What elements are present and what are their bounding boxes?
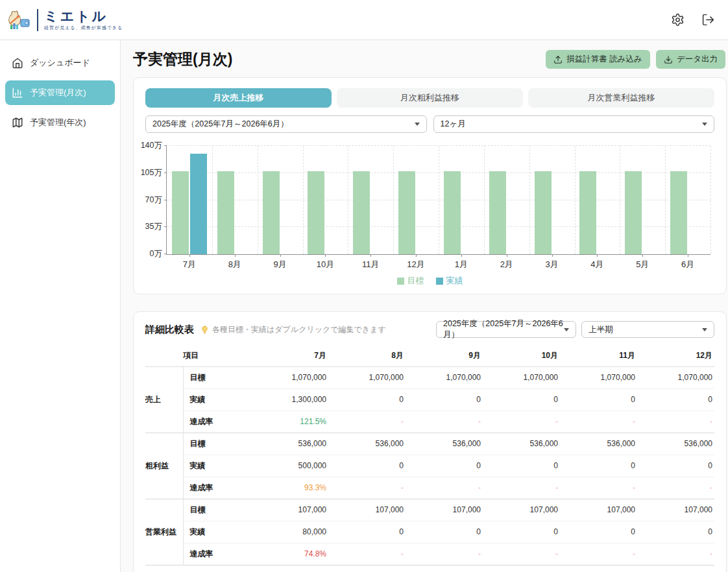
sidebar-item-label: 予実管理(月次): [30, 87, 86, 99]
period-select[interactable]: 12ヶ月: [433, 115, 715, 133]
table-cell[interactable]: 1,070,000: [483, 366, 560, 388]
table-cell: 93.3%: [251, 477, 328, 499]
table-cell: -: [560, 543, 637, 565]
v-gridline: [348, 146, 348, 254]
table-cell[interactable]: 536,000: [560, 433, 637, 455]
table-cell[interactable]: 0: [483, 455, 560, 477]
chevron-down-icon: [564, 328, 569, 331]
barchart-icon: [12, 87, 23, 99]
app-logo-icon: [6, 8, 31, 32]
logout-button[interactable]: [701, 13, 715, 27]
table-cell[interactable]: 80,000: [251, 521, 328, 543]
table-row: 実績80,00000000: [145, 521, 714, 543]
x-axis-tick: [370, 254, 371, 257]
x-axis-tick: [189, 254, 190, 257]
table-cell[interactable]: 536,000: [406, 433, 483, 455]
table-cell[interactable]: 0: [560, 388, 637, 411]
table-cell[interactable]: 0: [406, 521, 483, 543]
table-cell[interactable]: 0: [637, 455, 714, 477]
table-cell[interactable]: 0: [637, 521, 714, 543]
chart-card: 月次売上推移月次粗利益推移月次営業利益推移 2025年度（2025年7月～202…: [133, 77, 727, 294]
table-cell[interactable]: 0: [560, 455, 637, 477]
target-bar-11月: [353, 171, 370, 254]
tab-sales[interactable]: 月次売上推移: [145, 88, 332, 108]
x-axis-tick: [416, 254, 417, 257]
table-cell[interactable]: 0: [637, 388, 714, 411]
column-header-12月: 12月: [637, 346, 714, 366]
table-cell[interactable]: 107,000: [406, 499, 483, 521]
table-cell[interactable]: 0: [406, 455, 483, 477]
load-pl-statement-button[interactable]: 損益計算書 読み込み: [546, 50, 650, 69]
v-gridline: [484, 146, 485, 254]
half-period-value: 上半期: [588, 324, 613, 335]
legend-swatch: [397, 278, 404, 285]
table-cell[interactable]: 107,000: [483, 499, 560, 521]
table-cell[interactable]: 107,000: [328, 499, 406, 521]
lightbulb-icon: [200, 326, 209, 334]
tab-gross-profit[interactable]: 月次粗利益推移: [337, 88, 523, 108]
sidebar-item-monthly[interactable]: 予実管理(月次): [5, 80, 115, 105]
x-axis-label: 2月: [500, 259, 513, 270]
table-cell[interactable]: 1,300,000: [251, 388, 328, 411]
v-gridline: [665, 146, 666, 254]
table-cell[interactable]: 536,000: [483, 433, 560, 455]
x-axis-tick: [235, 254, 236, 257]
table-cell[interactable]: 536,000: [637, 433, 714, 455]
table-cell[interactable]: 107,000: [637, 499, 714, 521]
column-header-11月: 11月: [560, 346, 637, 366]
x-axis-label: 1月: [455, 259, 468, 270]
table-fiscal-year-select[interactable]: 2025年度（2025年7月～2026年6月）: [436, 321, 576, 338]
settings-button[interactable]: [671, 13, 685, 27]
actual-bar-7月: [190, 154, 207, 254]
table-cell[interactable]: 0: [406, 388, 483, 411]
column-header-8月: 8月: [328, 346, 406, 366]
table-cell: -: [637, 477, 714, 499]
x-axis-label: 11月: [362, 259, 380, 270]
table-cell[interactable]: 536,000: [328, 433, 406, 455]
table-title: 詳細比較表: [145, 324, 194, 336]
table-cell: -: [328, 411, 406, 433]
v-gridline: [212, 146, 213, 254]
x-axis-label: 8月: [228, 259, 241, 270]
table-cell[interactable]: 1,070,000: [637, 366, 714, 388]
x-axis-label: 6月: [681, 259, 694, 270]
x-axis-tick: [325, 254, 326, 257]
row-label: 実績: [183, 521, 251, 543]
table-cell[interactable]: 1,070,000: [251, 366, 328, 388]
table-cell[interactable]: 1,070,000: [406, 366, 483, 388]
sidebar-item-yearly[interactable]: 予実管理(年次): [5, 110, 115, 135]
half-period-select[interactable]: 上半期: [581, 321, 714, 338]
fiscal-year-select[interactable]: 2025年度（2025年7月～2026年6月）: [145, 115, 427, 133]
table-row: 売上目標1,070,0001,070,0001,070,0001,070,000…: [145, 366, 714, 388]
sidebar-item-label: ダッシュボード: [30, 57, 90, 69]
tab-operating-profit[interactable]: 月次営業利益推移: [528, 88, 714, 108]
table-cell[interactable]: 107,000: [560, 499, 637, 521]
v-gridline: [710, 146, 711, 254]
table-cell[interactable]: 107,000: [251, 499, 328, 521]
sidebar-item-dashboard[interactable]: ダッシュボード: [5, 51, 115, 75]
x-axis-label: 4月: [590, 259, 603, 270]
table-cell[interactable]: 536,000: [251, 433, 328, 455]
table-cell[interactable]: 0: [483, 388, 560, 411]
table-cell[interactable]: 0: [483, 521, 560, 543]
legend-label: 目標: [407, 275, 424, 287]
v-gridline: [439, 146, 439, 254]
legend-item: 目標: [397, 275, 424, 287]
table-cell[interactable]: 0: [328, 455, 406, 477]
x-axis-tick: [642, 254, 643, 257]
table-fiscal-year-value: 2025年度（2025年7月～2026年6月）: [443, 318, 564, 340]
sidebar: ダッシュボード予実管理(月次)予実管理(年次): [0, 40, 121, 572]
table-cell[interactable]: 500,000: [251, 455, 328, 477]
table-cell: -: [328, 543, 406, 565]
table-cell[interactable]: 1,070,000: [560, 366, 637, 388]
table-cell[interactable]: 0: [328, 388, 406, 411]
x-axis-tick: [552, 254, 553, 257]
data-export-button[interactable]: データ出力: [656, 50, 725, 69]
table-cell[interactable]: 0: [560, 521, 637, 543]
table-cell[interactable]: 0: [328, 521, 406, 543]
table-cell[interactable]: 1,070,000: [328, 366, 406, 388]
table-cell: -: [560, 411, 637, 433]
chart-legend: 目標実績: [145, 273, 714, 289]
x-axis-label: 7月: [183, 259, 196, 270]
group-column-header: [145, 346, 183, 366]
